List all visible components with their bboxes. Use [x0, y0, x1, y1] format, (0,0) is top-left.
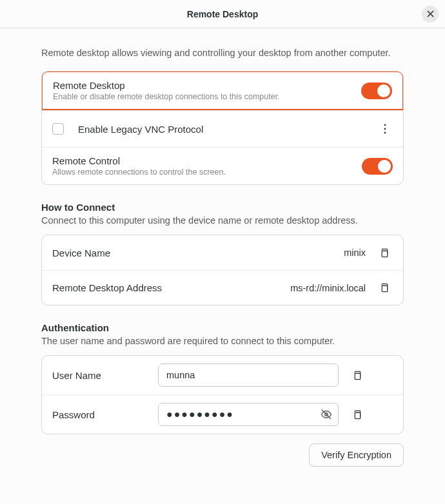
remote-control-title: Remote Control [52, 155, 353, 166]
remote-control-label-group: Remote Control Allows remote connections… [52, 155, 353, 177]
address-copy-button[interactable] [375, 279, 393, 297]
connect-section-title: How to Connect [41, 202, 404, 213]
auth-section-header: Authentication The user name and passwor… [41, 322, 404, 346]
connect-group: Device Name minix Remote Desktop Address… [41, 235, 404, 305]
connect-section-subtitle: Connect to this computer using the devic… [41, 215, 404, 226]
legacy-vnc-row: Enable Legacy VNC Protocol [42, 110, 403, 147]
legacy-vnc-label: Enable Legacy VNC Protocol [78, 124, 368, 135]
remote-control-subtitle: Allows remote connections to control the… [52, 168, 353, 177]
auth-section-title: Authentication [41, 322, 404, 333]
remote-desktop-title: Remote Desktop [53, 80, 352, 91]
main-settings-group: Remote Desktop Enable or disable remote … [41, 71, 404, 185]
username-copy-button[interactable] [348, 366, 366, 384]
copy-icon [379, 283, 389, 293]
window-title: Remote Desktop [187, 9, 258, 19]
legacy-vnc-label-group: Enable Legacy VNC Protocol [78, 124, 368, 135]
device-name-label-group: Device Name [52, 247, 335, 258]
copy-icon [352, 371, 362, 380]
close-button[interactable] [422, 6, 439, 23]
device-name-value: minix [344, 247, 366, 258]
remote-desktop-switch[interactable] [361, 82, 392, 99]
address-row: Remote Desktop Address ms-rd://minix.loc… [42, 270, 403, 305]
svg-point-1 [384, 128, 386, 130]
password-row: Password [42, 394, 403, 434]
password-input-wrap [158, 403, 339, 426]
device-name-row: Device Name minix [42, 235, 403, 270]
close-icon [427, 10, 434, 17]
headerbar: Remote Desktop [0, 0, 445, 28]
username-label: User Name [52, 370, 149, 381]
verify-encryption-button[interactable]: Verify Encryption [309, 443, 404, 467]
remote-desktop-label-group: Remote Desktop Enable or disable remote … [53, 80, 352, 101]
auth-group: User Name Password [41, 355, 404, 434]
username-input[interactable] [158, 363, 339, 387]
content-area: Remote desktop allows viewing and contro… [0, 28, 445, 480]
legacy-vnc-checkbox[interactable] [52, 123, 64, 135]
remote-desktop-subtitle: Enable or disable remote desktop connect… [53, 92, 352, 101]
address-value: ms-rd://minix.local [290, 283, 366, 293]
intro-text: Remote desktop allows viewing and contro… [41, 46, 404, 59]
password-label: Password [52, 409, 149, 420]
connect-section-header: How to Connect Connect to this computer … [41, 202, 404, 226]
copy-icon [379, 248, 389, 258]
svg-rect-4 [382, 286, 387, 292]
password-copy-button[interactable] [348, 405, 366, 423]
kebab-icon [384, 124, 386, 134]
remote-desktop-row: Remote Desktop Enable or disable remote … [41, 71, 404, 110]
svg-point-0 [384, 124, 386, 126]
address-label-group: Remote Desktop Address [52, 282, 281, 293]
remote-control-row: Remote Control Allows remote connections… [42, 147, 403, 184]
device-name-label: Device Name [52, 247, 335, 258]
device-name-copy-button[interactable] [375, 244, 393, 262]
address-label: Remote Desktop Address [52, 282, 281, 293]
eye-off-icon [321, 409, 332, 420]
svg-rect-5 [355, 373, 360, 379]
auth-section-subtitle: The user name and password are required … [41, 336, 404, 346]
username-input-wrap [158, 363, 339, 387]
legacy-vnc-menu-button[interactable] [377, 119, 393, 139]
remote-control-switch[interactable] [362, 158, 393, 175]
password-input[interactable] [158, 403, 339, 426]
svg-rect-3 [382, 251, 387, 257]
footer-row: Verify Encryption [41, 443, 404, 467]
svg-point-2 [384, 132, 386, 134]
username-row: User Name [42, 356, 403, 394]
password-reveal-button[interactable] [318, 406, 335, 423]
copy-icon [352, 410, 362, 420]
svg-rect-7 [355, 412, 360, 418]
